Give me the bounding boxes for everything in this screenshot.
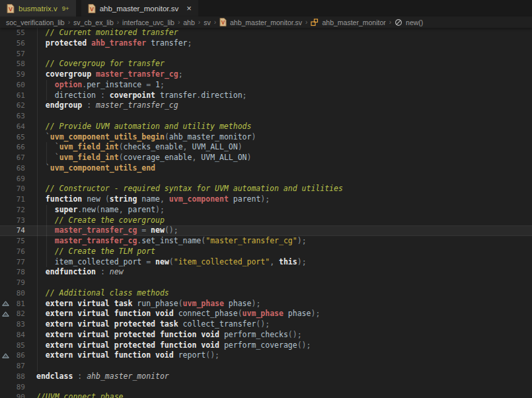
tab-ahb-master-monitor[interactable]: V ahb_master_monitor.sv ×: [81, 0, 198, 17]
code-text: //UVM connect_phase: [36, 392, 532, 398]
indent-guide: [46, 216, 47, 226]
tab-busmatrix[interactable]: V busmatrix.v 9+: [0, 0, 76, 17]
code-text: extern virtual task run_phase(uvm_phase …: [36, 299, 532, 309]
code-line[interactable]: 89: [0, 382, 532, 393]
code-line[interactable]: 61 direction : coverpoint transfer.direc…: [0, 91, 532, 101]
code-line[interactable]: 74 master_transfer_cg = new();: [0, 225, 532, 236]
code-text: // Create the TLM port: [36, 247, 532, 257]
line-number: 57: [11, 49, 25, 60]
verilog-file-icon: V: [219, 18, 227, 26]
code-text: master_transfer_cg.set_inst_name("master…: [36, 236, 532, 247]
code-line[interactable]: 77 item_collected_port = new("item_colle…: [0, 257, 532, 268]
indent-guide: [46, 236, 47, 247]
code-line[interactable]: 55 // Current monitored transfer: [0, 28, 532, 38]
extern-definition-marker-icon[interactable]: [0, 350, 11, 361]
code-line[interactable]: 70 // Constructor - required syntax for …: [0, 184, 532, 194]
close-icon[interactable]: ×: [186, 4, 192, 13]
code-line[interactable]: 84 extern virtual protected function voi…: [0, 330, 532, 340]
indent-guide: [37, 205, 38, 216]
code-line[interactable]: 88endclass : ahb_master_monitor: [0, 372, 532, 382]
code-line[interactable]: 66 `uvm_field_int(checks_enable, UVM_ALL…: [0, 142, 532, 153]
code-line[interactable]: 64 // Provide UVM automation and utility…: [0, 122, 532, 132]
gutter-spacer: [0, 278, 11, 288]
code-line[interactable]: 90//UVM connect_phase: [0, 392, 532, 398]
breadcrumb-folder[interactable]: interface_uvc_lib: [122, 19, 174, 26]
editor-pane[interactable]: 55 // Current monitored transfer56 prote…: [0, 28, 532, 398]
code-line[interactable]: 86 extern virtual function void report()…: [0, 350, 532, 361]
indent-guide: [37, 91, 38, 101]
code-line[interactable]: 67 `uvm_field_int(coverage_enable, UVM_A…: [0, 153, 532, 163]
indent-guide: [37, 153, 38, 163]
breadcrumb-folder[interactable]: sv: [204, 19, 211, 26]
line-number: 88: [11, 372, 25, 382]
code-text: [36, 49, 532, 60]
tab-label: busmatrix.v: [19, 5, 57, 13]
line-number: 90: [11, 392, 25, 398]
line-number: 86: [11, 350, 25, 361]
extern-definition-marker-icon[interactable]: [0, 309, 11, 319]
gutter-spacer: [0, 372, 11, 382]
breadcrumb-class[interactable]: ahb_master_monitor: [322, 19, 385, 26]
line-number: 79: [11, 278, 25, 288]
line-number: 78: [11, 267, 25, 278]
code-line[interactable]: 58 // Covergroup for transfer: [0, 59, 532, 69]
code-line[interactable]: 68 `uvm_component_utils_end: [0, 163, 532, 174]
code-line[interactable]: 81 extern virtual task run_phase(uvm_pha…: [0, 299, 532, 309]
code-text: endgroup : master_transfer_cg: [36, 100, 532, 111]
code-line[interactable]: 79: [0, 278, 532, 288]
code-line[interactable]: 59 covergroup master_transfer_cg;: [0, 69, 532, 80]
code-line[interactable]: 82 extern virtual function void connect_…: [0, 309, 532, 319]
breadcrumb-folder[interactable]: soc_verification_lib: [6, 19, 65, 26]
line-number: 74: [11, 225, 25, 236]
code-text: // Additional class methods: [36, 288, 532, 299]
gutter-spacer: [0, 184, 11, 194]
code-line[interactable]: 71 function new (string name, uvm_compon…: [0, 194, 532, 205]
gutter-spacer: [0, 340, 11, 351]
line-number: 71: [11, 194, 25, 205]
code-text: extern virtual protected function void p…: [36, 340, 532, 351]
code-text: // Covergroup for transfer: [36, 59, 532, 69]
code-line[interactable]: 69: [0, 174, 532, 184]
code-line[interactable]: 78 endfunction : new: [0, 267, 532, 278]
indent-guide: [37, 330, 38, 340]
extern-definition-marker-icon[interactable]: [0, 299, 11, 309]
gutter-spacer: [0, 142, 11, 153]
code-line[interactable]: 87: [0, 361, 532, 372]
code-line[interactable]: 63: [0, 111, 532, 122]
indent-guide: [37, 184, 38, 194]
code-line[interactable]: 62 endgroup : master_transfer_cg: [0, 100, 532, 111]
code-text: item_collected_port = new("item_collecte…: [36, 257, 532, 268]
breadcrumb-file[interactable]: ahb_master_monitor.sv: [230, 19, 302, 26]
code-line[interactable]: 85 extern virtual protected function voi…: [0, 340, 532, 351]
code-line[interactable]: 83 extern virtual protected task collect…: [0, 319, 532, 330]
code-text: protected ahb_transfer transfer;: [36, 38, 532, 49]
breadcrumb-folder[interactable]: sv_cb_ex_lib: [73, 19, 114, 26]
indent-guide: [37, 28, 38, 38]
line-number: 82: [11, 309, 25, 319]
gutter-spacer: [0, 174, 11, 184]
gutter-spacer: [0, 205, 11, 216]
chevron-right-icon: ›: [198, 19, 200, 26]
indent-guide: [37, 100, 38, 111]
line-number: 70: [11, 184, 25, 194]
line-number: 66: [11, 142, 25, 153]
line-number: 67: [11, 153, 25, 163]
code-line[interactable]: 65 `uvm_component_utils_begin(ahb_master…: [0, 132, 532, 143]
gutter-spacer: [0, 100, 11, 111]
code-line[interactable]: 56 protected ahb_transfer transfer;: [0, 38, 532, 49]
code-text: extern virtual protected function void p…: [36, 330, 532, 340]
gutter-spacer: [0, 111, 11, 122]
code-line[interactable]: 72 super.new(name, parent);: [0, 205, 532, 216]
verilog-file-icon: V: [88, 4, 96, 13]
code-line[interactable]: 75 master_transfer_cg.set_inst_name("mas…: [0, 236, 532, 247]
code-line[interactable]: 60 option.per_instance = 1;: [0, 80, 532, 91]
code-line[interactable]: 80 // Additional class methods: [0, 288, 532, 299]
line-number: 59: [11, 69, 25, 80]
breadcrumb-method[interactable]: new(): [406, 19, 423, 26]
code-line[interactable]: 57: [0, 49, 532, 60]
line-number: 80: [11, 288, 25, 299]
code-line[interactable]: 76 // Create the TLM port: [0, 247, 532, 257]
code-line[interactable]: 73 // Create the covergroup: [0, 216, 532, 226]
breadcrumb-folder[interactable]: ahb: [183, 19, 195, 26]
chevron-right-icon: ›: [214, 19, 216, 26]
